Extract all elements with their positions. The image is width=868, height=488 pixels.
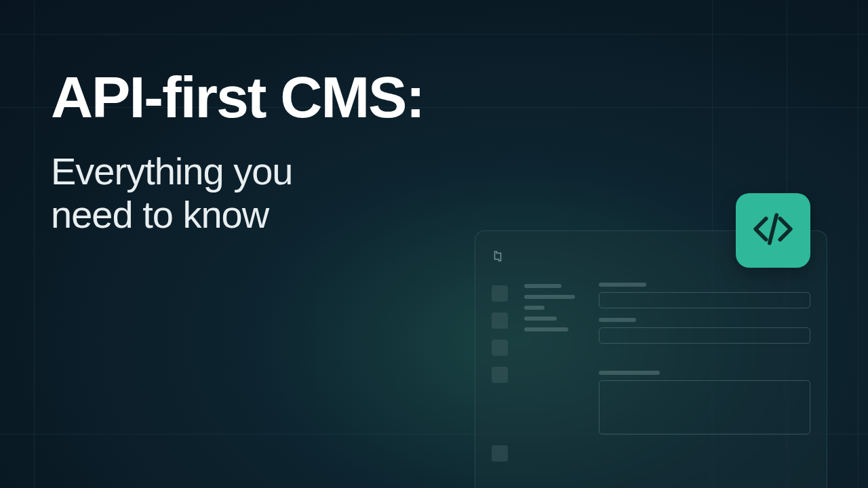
- logo-icon: [492, 250, 504, 262]
- code-badge: [736, 193, 810, 268]
- sidebar-item: [492, 367, 508, 383]
- field-label: [599, 318, 636, 322]
- nav-item: [524, 295, 575, 299]
- code-icon: [752, 208, 794, 253]
- nav-item: [524, 306, 545, 310]
- nav-item: [524, 284, 561, 288]
- sidebar-item: [492, 312, 508, 329]
- mockup-main: [599, 283, 810, 462]
- grid-line: [34, 0, 35, 488]
- nav-item: [524, 327, 568, 331]
- mockup-sidebar: [492, 283, 511, 462]
- svg-line-0: [770, 215, 776, 243]
- text-input: [599, 327, 810, 344]
- grid-line: [0, 34, 868, 35]
- form-group: [599, 318, 810, 344]
- sidebar-item: [492, 285, 508, 302]
- ui-mockup: [475, 230, 827, 488]
- mockup-body: [492, 283, 810, 462]
- field-label: [599, 283, 646, 287]
- form-group: [599, 371, 810, 434]
- hero-text: API-first CMS: Everything you need to kn…: [51, 68, 424, 237]
- sidebar-item: [492, 340, 508, 356]
- page-subtitle: Everything you need to know: [51, 150, 424, 237]
- sidebar-item: [492, 445, 508, 462]
- grid-line: [858, 0, 859, 488]
- nav-item: [524, 317, 557, 321]
- form-group: [599, 283, 810, 308]
- page-title: API-first CMS:: [51, 68, 424, 126]
- textarea: [599, 380, 810, 434]
- field-label: [599, 371, 660, 375]
- mockup-nav: [524, 283, 585, 462]
- text-input: [599, 292, 810, 308]
